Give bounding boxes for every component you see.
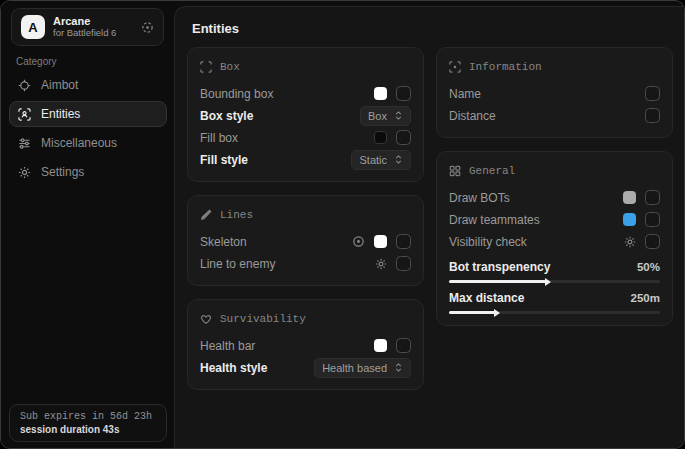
draw-teammates-checkbox[interactable] xyxy=(645,212,660,227)
fill-box-checkbox[interactable] xyxy=(396,130,411,145)
chevron-up-down-icon xyxy=(394,110,403,121)
survivability-card: Survivability Health bar Health style He… xyxy=(187,299,424,390)
slider-value: 250m xyxy=(631,292,660,304)
sliders-icon xyxy=(18,137,31,150)
brand-logo: A xyxy=(21,15,45,39)
scan-dot-icon xyxy=(449,61,461,73)
grid-icon xyxy=(449,165,461,177)
color-swatch[interactable] xyxy=(374,235,387,248)
card-title: Box xyxy=(220,61,240,73)
sidebar-item-label: Aimbot xyxy=(41,78,78,92)
sidebar-nav: Aimbot Entities Miscella xyxy=(9,72,167,188)
name-checkbox[interactable] xyxy=(645,86,660,101)
slider-value: 50% xyxy=(637,261,660,273)
slider-thumb[interactable] xyxy=(545,278,551,286)
card-title: General xyxy=(469,165,515,177)
main-panel: Entities Box Bounding box xyxy=(174,6,684,448)
card-title: Survivability xyxy=(220,313,306,325)
setting-row: Health bar xyxy=(200,335,411,356)
heart-icon xyxy=(200,313,212,325)
category-label: Category xyxy=(16,56,57,67)
sub-expiry-text: Sub expires in 56d 23h xyxy=(20,411,156,422)
brand-card: A Arcane for Battlefield 6 xyxy=(11,8,164,46)
setting-row: Draw BOTs xyxy=(449,187,660,208)
health-style-select[interactable]: Health based xyxy=(314,358,411,378)
color-swatch[interactable] xyxy=(374,339,387,352)
general-card: General Draw BOTs Draw teammates xyxy=(436,151,673,326)
setting-row: Name xyxy=(449,83,660,104)
box-style-select[interactable]: Box xyxy=(360,106,411,126)
bot-transparency-setting: Bot transpenency 50% xyxy=(449,258,660,283)
bounding-box-checkbox[interactable] xyxy=(396,86,411,101)
setting-row: Draw teammates xyxy=(449,209,660,230)
sidebar-item-settings[interactable]: Settings xyxy=(9,159,167,185)
lines-card: Lines Skeleton Line to enemy xyxy=(187,195,424,286)
setting-row: Box style Box xyxy=(200,105,411,126)
max-distance-setting: Max distance 250m xyxy=(449,289,660,314)
distance-checkbox[interactable] xyxy=(645,108,660,123)
bot-transparency-slider[interactable] xyxy=(449,280,660,283)
chevron-up-down-icon xyxy=(394,154,403,165)
fill-style-select[interactable]: Static xyxy=(351,150,411,170)
skeleton-checkbox[interactable] xyxy=(396,234,411,249)
app-window: A Arcane for Battlefield 6 Category Aimb… xyxy=(0,0,685,449)
sidebar-item-label: Miscellaneous xyxy=(41,136,117,150)
pencil-line-icon xyxy=(200,209,212,221)
right-column: Information Name Distance xyxy=(436,47,673,326)
crosshair-icon xyxy=(18,79,31,92)
chevron-up-down-icon xyxy=(394,362,403,373)
health-bar-checkbox[interactable] xyxy=(396,338,411,353)
setting-row: Bounding box xyxy=(200,83,411,104)
sidebar: A Arcane for Battlefield 6 Category Aimb… xyxy=(1,1,174,448)
card-title: Information xyxy=(469,61,542,73)
sidebar-item-aimbot[interactable]: Aimbot xyxy=(9,72,167,98)
left-column: Box Bounding box Box style Box xyxy=(187,47,424,390)
session-duration-text: session duration 43s xyxy=(20,424,156,435)
brand-title: Arcane xyxy=(53,15,116,28)
gear-icon xyxy=(18,166,31,179)
sidebar-item-miscellaneous[interactable]: Miscellaneous xyxy=(9,130,167,156)
sidebar-item-label: Settings xyxy=(41,165,84,179)
setting-row: Fill box xyxy=(200,127,411,148)
setting-row: Health style Health based xyxy=(200,357,411,378)
draw-bots-checkbox[interactable] xyxy=(645,190,660,205)
page-title: Entities xyxy=(192,21,239,36)
line-to-enemy-checkbox[interactable] xyxy=(396,256,411,271)
corner-brackets-icon xyxy=(200,61,212,73)
circle-dot-icon[interactable] xyxy=(352,235,365,248)
gear-icon[interactable] xyxy=(375,258,387,270)
setting-row: Skeleton xyxy=(200,231,411,252)
setting-row: Distance xyxy=(449,105,660,126)
slider-thumb[interactable] xyxy=(494,309,500,317)
setting-row: Fill style Static xyxy=(200,149,411,170)
color-swatch[interactable] xyxy=(374,131,387,144)
color-swatch[interactable] xyxy=(623,191,636,204)
max-distance-slider[interactable] xyxy=(449,311,660,314)
setting-row: Visibility check xyxy=(449,231,660,252)
information-card: Information Name Distance xyxy=(436,47,673,138)
brand-subtitle: for Battlefield 6 xyxy=(53,28,116,39)
box-card: Box Bounding box Box style Box xyxy=(187,47,424,182)
color-swatch[interactable] xyxy=(623,213,636,226)
subscription-footer: Sub expires in 56d 23h session duration … xyxy=(9,404,167,442)
visibility-check-checkbox[interactable] xyxy=(645,234,660,249)
status-dashed-circle-icon[interactable] xyxy=(141,21,154,34)
card-title: Lines xyxy=(220,209,253,221)
gear-icon[interactable] xyxy=(624,236,636,248)
setting-row: Line to enemy xyxy=(200,253,411,274)
color-swatch[interactable] xyxy=(374,87,387,100)
sidebar-item-entities[interactable]: Entities xyxy=(9,101,167,127)
scan-person-icon xyxy=(18,108,31,121)
sidebar-item-label: Entities xyxy=(41,107,80,121)
